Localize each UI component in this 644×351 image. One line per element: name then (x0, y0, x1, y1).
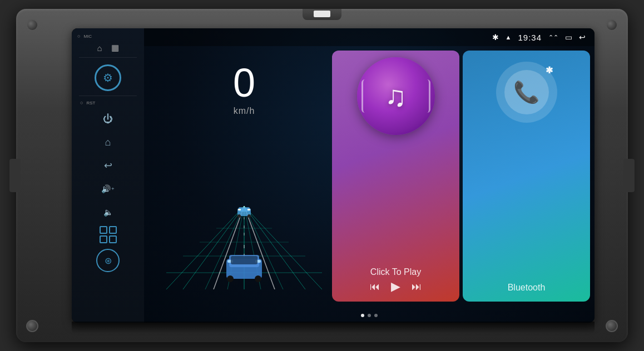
rst-label: RST (86, 101, 95, 106)
bluetooth-badge-icon: ✱ (546, 65, 553, 76)
phone-bluetooth-icon: 📞 (513, 80, 539, 104)
status-bar: ✱ ▲ 19:34 ⌃⌃ ▭ ↩ (144, 28, 595, 46)
svg-rect-22 (238, 209, 241, 210)
bluetooth-circle: 📞 ✱ (496, 62, 557, 123)
next-button[interactable]: ⏭ (412, 281, 422, 293)
road-visualization (155, 162, 333, 289)
nav-icon[interactable]: ⊛ (96, 249, 120, 272)
grid-sq-2 (109, 226, 117, 234)
music-controls: ⏮ ▶ ⏭ (370, 279, 422, 294)
volume-down-icon[interactable]: 🔈 (98, 202, 118, 222)
play-button[interactable]: ▶ (391, 279, 400, 294)
screen-shadow (72, 322, 595, 334)
back-status-icon: ↩ (579, 33, 586, 42)
gear-symbol: ⚙ (103, 71, 113, 84)
speed-display: 0 km/h (144, 46, 344, 306)
top-icons-row: ⌂ ▦ (72, 41, 144, 55)
speed-value: 0 (233, 63, 255, 103)
dot-3 (374, 314, 378, 317)
grid-sq-3 (100, 235, 107, 243)
bluetooth-status-icon: ✱ (492, 33, 499, 42)
double-chevron-icon: ⌃⌃ (548, 34, 558, 41)
screw-bottom-right (606, 320, 618, 332)
screen-main: ✱ ▲ 19:34 ⌃⌃ ▭ ↩ 0 km/h (144, 28, 595, 323)
svg-point-26 (227, 275, 234, 282)
divider-2 (79, 96, 137, 96)
window-icon: ▭ (565, 33, 572, 42)
music-note-icon: ♫ (385, 79, 407, 113)
svg-point-27 (255, 275, 261, 282)
bluetooth-card-label: Bluetooth (508, 283, 546, 293)
sidebar-section-main: ⚙ ○ RST ⏻ ⌂ ↩ 🔊+ 🔈 (72, 60, 144, 278)
prev-button[interactable]: ⏮ (370, 281, 380, 293)
top-tab-inner (314, 11, 330, 17)
svg-rect-23 (247, 209, 250, 210)
gear-icon[interactable]: ⚙ (95, 64, 121, 91)
screenshot-icon[interactable]: ▦ (111, 43, 119, 53)
screw-top-right (606, 19, 618, 31)
left-mount-tab (9, 159, 21, 192)
divider-1 (79, 57, 137, 58)
svg-point-20 (237, 214, 241, 218)
home-icon[interactable]: ⌂ (98, 132, 118, 152)
rst-row: ○ RST (75, 98, 147, 107)
app-cards: ♫ Click To Play ⏮ ▶ ⏭ (328, 46, 595, 306)
grid-sq-1 (100, 226, 107, 234)
mic-label: MIC (83, 34, 92, 39)
wave-left (361, 79, 368, 113)
wave-right (424, 79, 430, 113)
svg-point-21 (247, 214, 251, 218)
clock: 19:34 (518, 33, 542, 42)
music-card-label: Click To Play (370, 267, 421, 277)
music-card[interactable]: ♫ Click To Play ⏮ ▶ ⏭ (332, 51, 459, 302)
screw-bottom-left (26, 320, 38, 332)
stereo-housing: ○ MIC ⌂ ▦ ⚙ ○ RST ⏻ (16, 9, 628, 342)
grid-sq-4 (109, 235, 117, 243)
left-panel: ○ MIC ⌂ ▦ ⚙ ○ RST ⏻ (72, 28, 144, 323)
grid-icon[interactable] (100, 226, 117, 243)
nav-symbol: ⊛ (105, 255, 112, 266)
bluetooth-inner-circle: 📞 ✱ (504, 70, 549, 114)
dot-2 (368, 314, 371, 317)
home-top-icon[interactable]: ⌂ (97, 43, 102, 53)
back-icon[interactable]: ↩ (98, 156, 118, 176)
dot-1 (361, 314, 364, 317)
top-tab (303, 9, 341, 20)
screw-top-left (26, 19, 38, 31)
right-mount-tab (623, 159, 635, 192)
page-dots (361, 314, 378, 317)
music-icon-circle: ♫ (357, 57, 435, 135)
bluetooth-card[interactable]: 📞 ✱ Bluetooth (463, 51, 590, 302)
mic-row: ○ MIC (72, 32, 144, 41)
volume-up-icon[interactable]: 🔊+ (98, 179, 118, 199)
speed-unit: km/h (234, 106, 255, 116)
power-icon[interactable]: ⏻ (98, 109, 118, 129)
wifi-status-icon: ▲ (506, 34, 512, 41)
screen-bezel: ○ MIC ⌂ ▦ ⚙ ○ RST ⏻ (72, 28, 595, 323)
svg-rect-30 (231, 256, 257, 264)
speedometer-section: 0 km/h (144, 46, 344, 306)
